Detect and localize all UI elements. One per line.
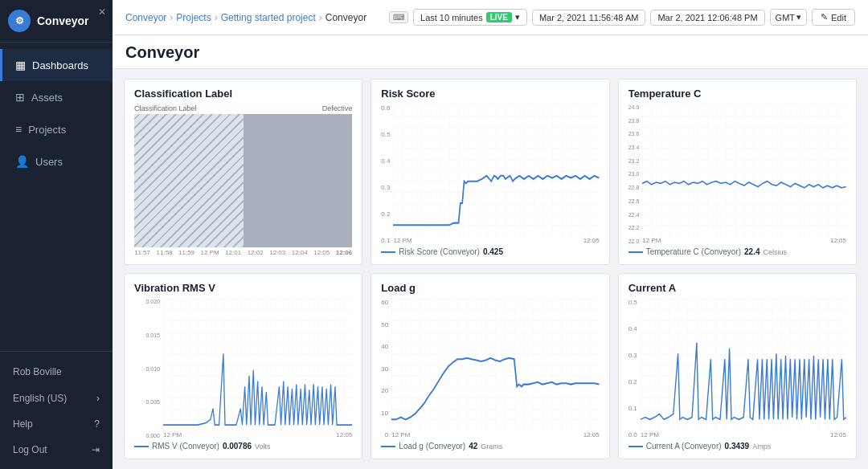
date-end[interactable]: Mar 2, 2021 12:06:48 PM — [650, 10, 764, 26]
vibration-footer: RMS V (Conveyor) 0.00786 Volts — [134, 442, 352, 451]
edit-icon: ✎ — [821, 12, 828, 22]
timerange-chevron: ▾ — [515, 12, 520, 22]
widget-risk-score: Risk Score 0.6 0.5 0.4 0.3 0.2 0.1 — [371, 79, 609, 265]
logout-icon: ⇥ — [92, 444, 100, 455]
widget-title-classification: Classification Label — [134, 88, 352, 100]
temp-chart-area: 24.0 23.8 23.6 23.4 23.2 23.0 22.8 22.6 … — [628, 104, 846, 244]
temp-legend-label: Temperature C (Conveyor) — [646, 247, 741, 256]
load-value: 42 — [469, 442, 477, 451]
classification-visual — [134, 114, 352, 247]
breadcrumb-projects[interactable]: Projects — [176, 12, 211, 23]
widget-title-vibration: Vibration RMS V — [134, 282, 352, 294]
temp-footer: Temperature C (Conveyor) 22.4 Celsius — [628, 247, 846, 256]
temp-legend-line — [628, 251, 643, 253]
widget-load: Load g 60 50 40 30 20 10 0 — [371, 273, 609, 459]
sidebar-bottom: Rob Boville English (US) › Help ? Log Ou… — [0, 351, 113, 469]
sidebar-user[interactable]: Rob Boville — [0, 358, 113, 385]
risk-value: 0.425 — [483, 247, 503, 256]
risk-x-axis: 12 PM 12:05 — [393, 237, 599, 244]
close-icon[interactable]: ✕ — [98, 6, 106, 18]
breadcrumb-conveyor[interactable]: Conveyor — [125, 12, 166, 23]
widget-title-temp: Temperature C — [628, 88, 846, 100]
classification-chart: Classification Label Defective 11:57 11:… — [134, 104, 352, 256]
current-legend-line — [628, 446, 643, 447]
live-badge: LIVE — [486, 12, 512, 22]
vibration-legend-label: RMS V (Conveyor) — [152, 442, 219, 451]
edit-button[interactable]: ✎ Edit — [812, 9, 855, 26]
sidebar-item-users[interactable]: 👤 Users — [0, 145, 113, 177]
svg-rect-3 — [391, 299, 599, 430]
sidebar-item-label: Dashboards — [32, 59, 88, 71]
widget-classification: Classification Label Classification Labe… — [124, 79, 362, 265]
svg-rect-2 — [163, 299, 352, 430]
breadcrumb-started-project[interactable]: Getting started project — [221, 12, 316, 23]
vibration-value: 0.00786 — [223, 442, 252, 451]
sidebar-language[interactable]: English (US) › — [0, 385, 113, 411]
sidebar-item-assets[interactable]: ⊞ Assets — [0, 81, 113, 113]
date-start[interactable]: Mar 2, 2021 11:56:48 AM — [532, 10, 646, 26]
risk-chart-area: 0.6 0.5 0.4 0.3 0.2 0.1 — [381, 104, 599, 244]
temp-x-axis: 12 PM 12:05 — [642, 237, 846, 244]
sidebar-item-label: Projects — [28, 124, 66, 136]
logout-label: Log Out — [13, 444, 47, 455]
gray-section — [244, 114, 353, 247]
current-value: 0.3439 — [725, 442, 750, 451]
breadcrumb-current: Conveyor — [326, 12, 366, 23]
topbar: Conveyor › Projects › Getting started pr… — [113, 0, 868, 35]
timerange-selector[interactable]: Last 10 minutes LIVE ▾ — [413, 9, 527, 26]
load-legend-label: Load g (Conveyor) — [399, 442, 465, 451]
load-y-axis: 60 50 40 30 20 10 0 — [381, 299, 391, 438]
vibration-chart-area: 0.020 0.015 0.010 0.005 0.000 12 PM 12:0… — [134, 299, 352, 438]
vibration-x-axis: 12 PM 12:05 — [163, 431, 352, 438]
page-header: Conveyor — [113, 35, 868, 69]
classification-label-left: Classification Label — [134, 104, 197, 112]
vibration-unit: Volts — [255, 442, 271, 451]
load-x-axis: 12 PM 12:05 — [391, 431, 599, 438]
chevron-right-icon: › — [96, 393, 100, 404]
sidebar-logout[interactable]: Log Out ⇥ — [0, 437, 113, 463]
svg-rect-1 — [642, 104, 846, 236]
classification-label-right: Defective — [322, 104, 353, 112]
vibration-svg — [163, 299, 352, 430]
sidebar-item-projects[interactable]: ≡ Projects — [0, 113, 113, 145]
widget-title-risk: Risk Score — [381, 88, 599, 100]
topbar-right: ⌨ Last 10 minutes LIVE ▾ Mar 2, 2021 11:… — [389, 9, 855, 26]
gmt-selector[interactable]: GMT ▾ — [770, 9, 807, 26]
load-svg — [391, 299, 599, 430]
breadcrumb: Conveyor › Projects › Getting started pr… — [125, 12, 384, 23]
assets-icon: ⊞ — [15, 91, 25, 104]
widget-temperature: Temperature C 24.0 23.8 23.6 23.4 23.2 2… — [618, 79, 857, 265]
vibration-y-axis: 0.020 0.015 0.010 0.005 0.000 — [134, 299, 163, 438]
sidebar-nav: ▦ Dashboards ⊞ Assets ≡ Projects 👤 Users — [0, 43, 113, 351]
sidebar-help[interactable]: Help ? — [0, 411, 113, 437]
sidebar-header: ⚙ Conveyor ✕ — [0, 0, 113, 43]
load-legend-line — [381, 446, 395, 447]
risk-footer: Risk Score (Conveyor) 0.425 — [381, 247, 599, 256]
sidebar-item-label: Assets — [31, 92, 63, 104]
sidebar-item-dashboards[interactable]: ▦ Dashboards — [0, 49, 113, 81]
dashboards-icon: ▦ — [15, 59, 26, 71]
risk-legend-label: Risk Score (Conveyor) — [399, 247, 480, 256]
svg-rect-0 — [393, 104, 599, 236]
load-chart-area: 60 50 40 30 20 10 0 12 PM — [381, 299, 599, 438]
temp-unit: Celsius — [764, 248, 788, 256]
timerange-label: Last 10 minutes — [420, 13, 483, 22]
widget-title-current: Current A — [628, 282, 846, 294]
page-title: Conveyor — [125, 43, 855, 62]
current-svg — [641, 299, 846, 430]
app-logo: ⚙ — [8, 10, 31, 32]
widget-vibration: Vibration RMS V 0.020 0.015 0.010 0.005 … — [124, 273, 362, 459]
current-unit: Amps — [752, 442, 771, 451]
temp-y-axis: 24.0 23.8 23.6 23.4 23.2 23.0 22.8 22.6 … — [628, 104, 643, 244]
classification-times: 11:57 11:58 11:59 12 PM 12:01 12:02 12:0… — [134, 249, 352, 256]
load-unit: Grams — [481, 442, 502, 451]
risk-score-svg — [393, 104, 599, 236]
projects-icon: ≡ — [15, 123, 22, 136]
main-content: Conveyor › Projects › Getting started pr… — [113, 0, 868, 469]
current-legend-label: Current A (Conveyor) — [646, 442, 722, 451]
users-icon: 👤 — [15, 155, 29, 168]
sidebar-item-label: Users — [35, 156, 63, 168]
risk-y-axis: 0.6 0.5 0.4 0.3 0.2 0.1 — [381, 104, 393, 244]
widget-title-load: Load g — [381, 282, 599, 294]
stripe-section — [134, 114, 244, 247]
